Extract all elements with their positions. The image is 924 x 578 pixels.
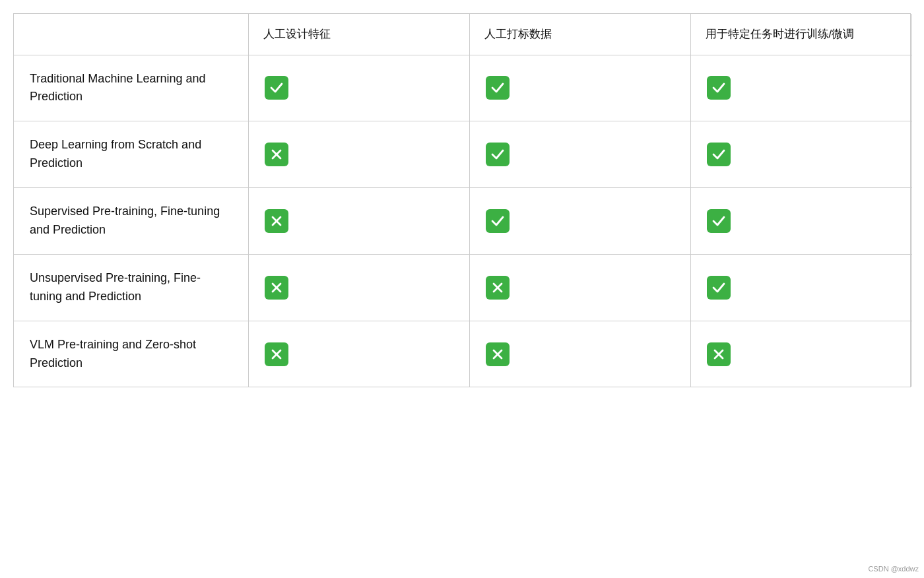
- cell-icon: [469, 121, 690, 188]
- cell-icon: [469, 55, 690, 121]
- table-row: Deep Learning from Scratch and Predictio…: [14, 121, 911, 188]
- cross-icon: [265, 342, 288, 366]
- table-row: VLM Pre-training and Zero-shot Predictio…: [14, 321, 911, 387]
- check-icon: [707, 209, 731, 233]
- row-label: Traditional Machine Learning and Predict…: [14, 55, 248, 121]
- row-label: Deep Learning from Scratch and Predictio…: [14, 121, 248, 188]
- cross-icon: [265, 276, 288, 300]
- check-icon: [707, 276, 731, 300]
- cross-icon: [486, 342, 510, 366]
- cell-icon: [248, 188, 469, 255]
- cell-icon: [469, 188, 690, 255]
- header-col4: 用于特定任务时进行训练/微调: [690, 14, 911, 55]
- cross-icon: [707, 342, 731, 366]
- cell-icon: [469, 321, 690, 387]
- cell-icon: [690, 55, 911, 121]
- watermark: CSDN @xddwz: [868, 565, 919, 573]
- check-icon: [707, 143, 731, 166]
- row-label: Supervised Pre-training, Fine-tuning and…: [14, 188, 248, 255]
- table-row: Supervised Pre-training, Fine-tuning and…: [14, 188, 911, 255]
- check-icon: [707, 76, 731, 100]
- cross-icon: [265, 143, 288, 166]
- cell-icon: [690, 121, 911, 188]
- cell-icon: [690, 254, 911, 321]
- header-col2: 人工设计特征: [248, 14, 469, 55]
- cross-icon: [486, 276, 510, 300]
- row-label: VLM Pre-training and Zero-shot Predictio…: [14, 321, 248, 387]
- check-icon: [265, 76, 288, 100]
- check-icon: [486, 76, 510, 100]
- table-row: Traditional Machine Learning and Predict…: [14, 55, 911, 121]
- comparison-table: 人工设计特征 人工打标数据 用于特定任务时进行训练/微调 Traditional…: [13, 13, 911, 387]
- cell-icon: [690, 321, 911, 387]
- check-icon: [486, 209, 510, 233]
- cell-icon: [248, 254, 469, 321]
- table-row: Unsupervised Pre-training, Fine-tuning a…: [14, 254, 911, 321]
- cell-icon: [248, 121, 469, 188]
- check-icon: [486, 143, 510, 166]
- cell-icon: [690, 188, 911, 255]
- row-label: Unsupervised Pre-training, Fine-tuning a…: [14, 254, 248, 321]
- cell-icon: [469, 254, 690, 321]
- cell-icon: [248, 55, 469, 121]
- header-col3: 人工打标数据: [469, 14, 690, 55]
- header-empty: [14, 14, 248, 55]
- cell-icon: [248, 321, 469, 387]
- cross-icon: [265, 209, 288, 233]
